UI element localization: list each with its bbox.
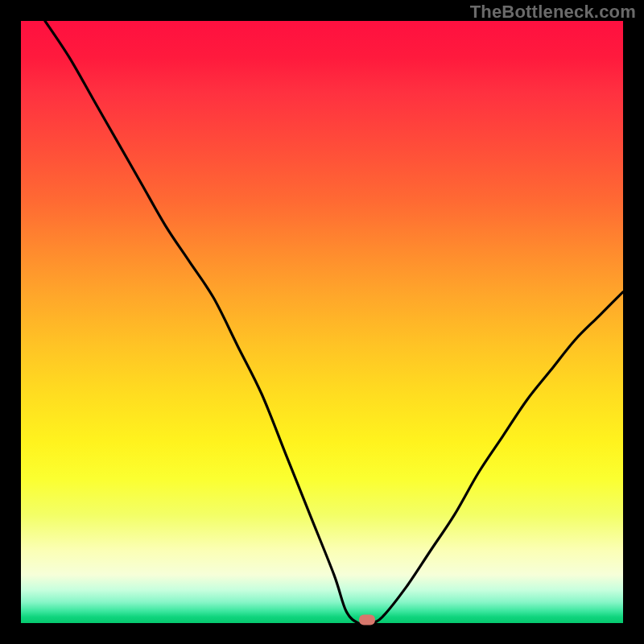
chart-frame: TheBottleneck.com — [0, 0, 644, 644]
curve-path — [45, 21, 623, 623]
optimal-marker — [359, 614, 375, 625]
bottleneck-curve — [21, 21, 623, 623]
watermark-text: TheBottleneck.com — [470, 2, 636, 23]
plot-area — [21, 21, 623, 623]
